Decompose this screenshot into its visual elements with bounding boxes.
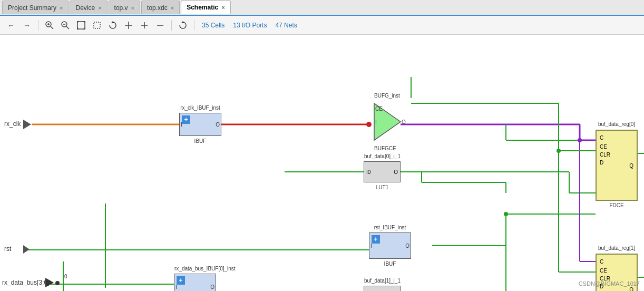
bufgce-component[interactable]: BUFG_inst BUFGCE CE I O <box>369 103 411 147</box>
ibuf-rst-O: O <box>405 243 409 249</box>
zoom-out-button[interactable] <box>58 18 72 32</box>
tab-close-icon[interactable]: × <box>171 5 174 11</box>
bufgce-I-label: I <box>375 119 377 125</box>
lut1-O-port: O <box>394 169 398 175</box>
fit-button[interactable] <box>74 18 88 32</box>
schematic-canvas[interactable]: rx_clk rx_clk_IBUF_inst + I O IBUF BUFG_… <box>0 35 644 291</box>
tab-label: Project Summary <box>8 4 56 12</box>
bufgce-label: BUFG_inst <box>374 93 400 99</box>
ibuf-rx-clk-I: I <box>181 122 182 128</box>
remove-button[interactable] <box>153 18 167 32</box>
ibuf-rst-I: I <box>370 243 372 249</box>
bufgce-CE-label: CE <box>375 106 383 112</box>
lut1-buf0-label: buf_data[0]_i_1 <box>364 153 400 159</box>
ibuf-rst-expand[interactable]: + <box>372 235 380 244</box>
lut2-buf1-label: buf_data[1]_i_1 <box>364 278 400 284</box>
lut2-buf-data1[interactable]: buf_data[1]_i_1 I0 I1 O LUT2 <box>364 286 401 291</box>
fdce0-label: buf_data_reg[0] <box>597 121 637 127</box>
ibuf-rxbus0-O: O <box>210 284 214 290</box>
ibuf-rxbus0-I: I <box>175 284 177 290</box>
fdce0-CLR-port: CLR <box>597 151 637 159</box>
svg-line-1 <box>51 26 53 29</box>
svg-point-53 <box>578 138 582 142</box>
svg-line-5 <box>66 26 69 29</box>
tab-schematic[interactable]: Schematic × <box>181 1 230 14</box>
svg-point-52 <box>557 149 561 153</box>
ibuf-rx-data-bus0[interactable]: rx_data_bus_IBUF[0]_inst + I O IBUF <box>174 274 216 291</box>
forward-button[interactable]: → <box>20 18 34 32</box>
ibuf-rst-label: rst_IBUF_inst <box>369 225 411 230</box>
ibuf-rst[interactable]: rst_IBUF_inst + I O IBUF <box>369 232 411 259</box>
io-ports-stat[interactable]: 13 I/O Ports <box>233 22 267 29</box>
rx-data-bus-label: rx_data_bus[3:0] <box>2 279 49 286</box>
bufgce-O-label: O <box>402 119 406 125</box>
ibuf-rx-clk-expand[interactable]: + <box>182 115 190 124</box>
lut1-type: LUT1 <box>364 185 400 190</box>
separator2 <box>171 20 172 31</box>
fdce0-C-port: C <box>597 133 637 143</box>
ibuf-rxbus0-expand[interactable]: + <box>177 276 185 285</box>
select-button[interactable] <box>90 18 104 32</box>
fdce1-C-port: C <box>597 257 637 267</box>
tab-device[interactable]: Device × <box>70 1 107 14</box>
separator <box>38 20 38 31</box>
pan-button[interactable] <box>122 18 135 32</box>
fdce1-CE-port: CE <box>597 267 637 275</box>
tab-close-icon[interactable]: × <box>60 5 63 11</box>
tab-label: top.xdc <box>147 4 168 12</box>
lut1-buf-data0[interactable]: buf_data[0]_i_1 I0 O LUT1 <box>364 161 401 182</box>
rotate-button[interactable] <box>106 18 120 32</box>
bus-0-label: 0 <box>64 274 67 279</box>
fdce0-CE-port: CE <box>597 143 637 151</box>
wire-layer <box>0 35 644 291</box>
back-button[interactable]: ← <box>4 18 18 32</box>
fdce1-Q-port: Q <box>629 286 633 291</box>
cells-stat[interactable]: 35 Cells <box>202 22 225 29</box>
svg-point-51 <box>504 212 508 216</box>
rx-clk-label: rx_clk <box>4 120 21 128</box>
bufgce-type: BUFGCE <box>374 146 396 151</box>
ibuf-rx-clk-type: IBUF <box>180 138 221 144</box>
fdce0-type: FDCE <box>597 202 637 208</box>
rx-data-bus-port <box>45 278 54 287</box>
tab-close-icon[interactable]: × <box>221 4 225 11</box>
ibuf-rxbus0-label: rx_data_bus_IBUF[0]_inst <box>174 266 216 271</box>
tab-top-xdc[interactable]: top.xdc × <box>141 1 180 14</box>
tab-label: top.v <box>114 4 128 12</box>
svg-rect-7 <box>77 22 85 29</box>
ibuf-rx-clk-label: rx_clk_IBUF_inst <box>180 105 221 111</box>
rst-label: rst <box>4 245 11 253</box>
add-button[interactable] <box>138 18 151 32</box>
tab-top-v[interactable]: top.v × <box>109 1 140 14</box>
tab-close-icon[interactable]: × <box>131 5 134 11</box>
rst-port <box>23 245 30 254</box>
fdce1-label: buf_data_reg[1] <box>597 245 637 251</box>
ibuf-rst-type: IBUF <box>369 261 411 267</box>
rx-clk-port <box>23 120 31 129</box>
tab-project-summary[interactable]: Project Summary × <box>2 1 69 14</box>
separator3 <box>194 20 194 31</box>
rx-data-bus-dot <box>55 281 60 285</box>
svg-rect-8 <box>94 22 100 28</box>
tab-close-icon[interactable]: × <box>98 5 101 11</box>
ibuf-rx-clk[interactable]: rx_clk_IBUF_inst + I O IBUF <box>179 113 221 136</box>
nets-stat[interactable]: 47 Nets <box>275 22 297 29</box>
refresh-button[interactable] <box>176 18 190 32</box>
fdce0-Q-port: Q <box>629 162 633 168</box>
toolbar: ← → 35 Cells 13 I/O Ports 47 Nets <box>0 16 644 35</box>
tab-label: Device <box>75 4 95 12</box>
tab-label: Schematic <box>187 4 218 11</box>
fdce-buf-data0[interactable]: buf_data_reg[0] C CE CLR D Q FDCE <box>596 130 638 201</box>
ibuf-rx-clk-O: O <box>216 122 220 128</box>
lut1-I0-port: I0 <box>366 169 370 175</box>
tab-bar: Project Summary × Device × top.v × top.x… <box>0 0 644 16</box>
watermark: CSDN@BIGMAC_1017 <box>579 280 640 287</box>
zoom-in-button[interactable] <box>43 18 56 32</box>
